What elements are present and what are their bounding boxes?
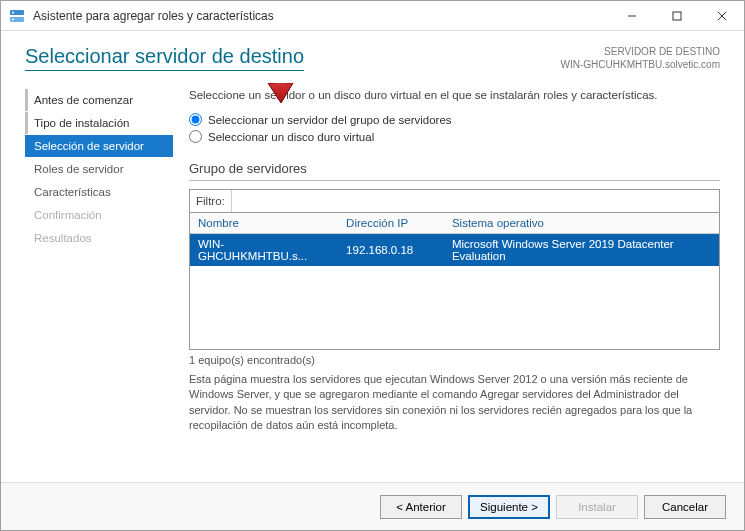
install-button[interactable]: Instalar	[556, 495, 638, 519]
wizard-step-1[interactable]: Tipo de instalación	[25, 112, 173, 134]
cancel-button[interactable]: Cancelar	[644, 495, 726, 519]
header: Seleccionar servidor de destino SERVIDOR…	[1, 31, 744, 83]
col-os[interactable]: Sistema operativo	[444, 213, 719, 234]
destination-info: SERVIDOR DE DESTINO WIN-GHCUHKMHTBU.solv…	[561, 45, 720, 71]
server-manager-icon	[9, 8, 25, 24]
cell-name: WIN-GHCUHKMHTBU.s...	[190, 234, 338, 267]
radio-select-vhd-input[interactable]	[189, 130, 202, 143]
result-count: 1 equipo(s) encontrado(s)	[189, 354, 720, 366]
page-title: Seleccionar servidor de destino	[25, 45, 304, 71]
cell-os: Microsoft Windows Server 2019 Datacenter…	[444, 234, 719, 267]
radio-select-server-pool-label: Seleccionar un servidor del grupo de ser…	[208, 114, 452, 126]
server-pool-legend: Grupo de servidores	[189, 161, 720, 181]
wizard-window: Asistente para agregar roles y caracterí…	[0, 0, 745, 531]
close-button[interactable]	[699, 1, 744, 31]
minimize-button[interactable]	[609, 1, 654, 31]
wizard-steps-sidebar: Antes de comenzarTipo de instalaciónSele…	[1, 83, 173, 482]
server-table: Nombre Dirección IP Sistema operativo WI…	[189, 212, 720, 350]
cell-ip: 192.168.0.18	[338, 234, 444, 267]
wizard-step-3[interactable]: Roles de servidor	[25, 158, 173, 180]
radio-select-server-pool[interactable]: Seleccionar un servidor del grupo de ser…	[189, 113, 720, 126]
window-title: Asistente para agregar roles y caracterí…	[33, 9, 609, 23]
main-panel: Seleccione un servidor o un disco duro v…	[173, 83, 744, 482]
next-button[interactable]: Siguiente >	[468, 495, 550, 519]
svg-point-2	[12, 11, 14, 13]
col-ip[interactable]: Dirección IP	[338, 213, 444, 234]
radio-select-vhd[interactable]: Seleccionar un disco duro virtual	[189, 130, 720, 143]
wizard-step-2[interactable]: Selección de servidor	[25, 135, 173, 157]
titlebar: Asistente para agregar roles y caracterí…	[1, 1, 744, 31]
col-name[interactable]: Nombre	[190, 213, 338, 234]
table-row[interactable]: WIN-GHCUHKMHTBU.s...192.168.0.18Microsof…	[190, 234, 719, 267]
wizard-step-4[interactable]: Características	[25, 181, 173, 203]
table-header-row: Nombre Dirección IP Sistema operativo	[190, 213, 719, 234]
radio-select-vhd-label: Seleccionar un disco duro virtual	[208, 131, 374, 143]
filter-row: Filtro:	[189, 189, 720, 212]
radio-select-server-pool-input[interactable]	[189, 113, 202, 126]
description-text: Esta página muestra los servidores que e…	[189, 372, 720, 434]
wizard-step-0[interactable]: Antes de comenzar	[25, 89, 173, 111]
instruction-text: Seleccione un servidor o un disco duro v…	[189, 89, 720, 101]
svg-rect-5	[673, 12, 681, 20]
filter-input[interactable]	[231, 190, 719, 212]
wizard-step-5: Confirmación	[25, 204, 173, 226]
svg-point-3	[12, 18, 14, 20]
wizard-step-6: Resultados	[25, 227, 173, 249]
footer: < Anterior Siguiente > Instalar Cancelar	[1, 482, 744, 530]
destination-label: SERVIDOR DE DESTINO	[561, 45, 720, 58]
destination-server: WIN-GHCUHKMHTBU.solvetic.com	[561, 58, 720, 71]
maximize-button[interactable]	[654, 1, 699, 31]
server-pool-group: Grupo de servidores Filtro: Nombre Direc…	[189, 161, 720, 372]
previous-button[interactable]: < Anterior	[380, 495, 462, 519]
filter-label: Filtro:	[190, 195, 231, 207]
